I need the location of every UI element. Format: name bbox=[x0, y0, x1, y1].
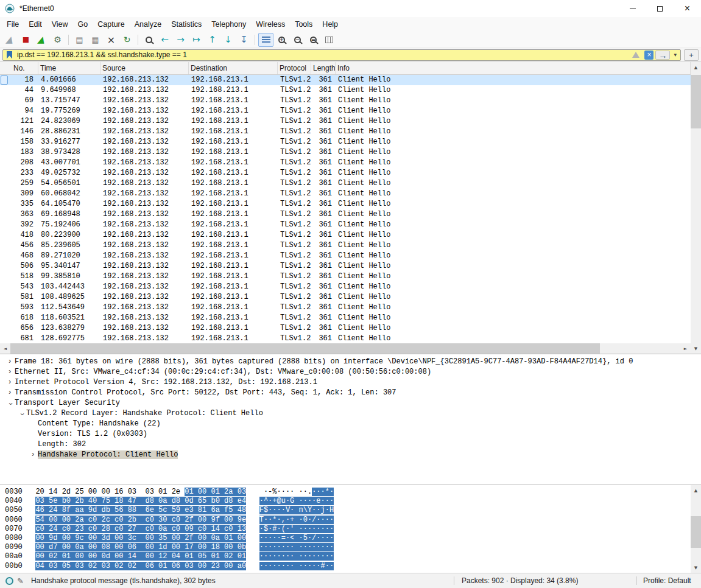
filter-bookmark-icon[interactable] bbox=[7, 51, 12, 59]
go-to-packet-icon[interactable]: ↦ bbox=[189, 33, 204, 47]
packet-row-363[interactable]: 36369.168948192.168.213.132192.168.213.1… bbox=[0, 209, 691, 220]
save-file-icon[interactable]: ▦ bbox=[88, 33, 103, 47]
display-filter-input[interactable] bbox=[16, 51, 629, 59]
packet-row-618[interactable]: 618118.603521192.168.213.132192.168.213.… bbox=[0, 313, 691, 323]
menu-help[interactable]: Help bbox=[317, 18, 343, 31]
auto-scroll-icon[interactable]: ↧ bbox=[236, 33, 252, 47]
menu-wireless[interactable]: Wireless bbox=[251, 18, 290, 31]
expand-chevron-icon[interactable]: › bbox=[5, 377, 15, 388]
column-header-length[interactable]: Length bbox=[311, 62, 336, 74]
menu-tools[interactable]: Tools bbox=[290, 18, 317, 31]
expand-chevron-icon[interactable]: › bbox=[5, 357, 15, 367]
scroll-up-arrow-icon[interactable]: ▲ bbox=[691, 62, 701, 72]
colorize-packets-icon[interactable] bbox=[258, 33, 273, 47]
hex-row-0080[interactable]: 0080 00 9d 00 9c 00 3d 00 3c 00 35 00 2f… bbox=[5, 534, 701, 543]
packet-row-233[interactable]: 23349.025732192.168.213.132192.168.213.1… bbox=[0, 168, 691, 178]
hex-row-0070[interactable]: 0070 c0 24 c0 23 c0 28 c0 27 c0 0a c0 09… bbox=[5, 525, 701, 534]
detail-line[interactable]: ›Internet Protocol Version 4, Src: 192.1… bbox=[0, 377, 701, 388]
packet-list-horizontal-scrollbar[interactable]: ◄ ► bbox=[0, 343, 691, 354]
filter-apply-button[interactable]: → bbox=[655, 51, 670, 60]
packet-row-309[interactable]: 30960.068042192.168.213.132192.168.213.1… bbox=[0, 189, 691, 199]
expand-chevron-icon[interactable]: › bbox=[5, 367, 15, 377]
hex-row-0030[interactable]: 0030 20 14 2d 25 00 00 16 03 03 01 2e 01… bbox=[5, 488, 701, 497]
detail-line[interactable]: Length: 302 bbox=[0, 439, 701, 450]
packet-row-656[interactable]: 656123.638279192.168.213.132192.168.213.… bbox=[0, 323, 691, 334]
capture-comment-icon[interactable]: ✎ bbox=[17, 576, 24, 586]
packet-row-392[interactable]: 39275.192406192.168.213.132192.168.213.1… bbox=[0, 220, 691, 230]
filter-dropdown-chevron-icon[interactable]: ▾ bbox=[670, 52, 680, 58]
zoom-100-icon[interactable]: = bbox=[306, 33, 321, 47]
detail-line[interactable]: ›Handshake Protocol: Client Hello bbox=[0, 450, 701, 460]
packet-row-259[interactable]: 25954.056501192.168.213.132192.168.213.1… bbox=[0, 178, 691, 189]
hex-row-00b0[interactable]: 00b0 04 03 05 03 02 03 02 02 06 01 06 03… bbox=[5, 562, 701, 571]
packet-row-456[interactable]: 45685.239605192.168.213.132192.168.213.1… bbox=[0, 240, 691, 251]
packet-row-581[interactable]: 581108.489625192.168.213.132192.168.213.… bbox=[0, 292, 691, 303]
column-header-time[interactable]: Time bbox=[38, 62, 100, 74]
detail-line[interactable]: ›TLSv1.2 Record Layer: Handshake Protoco… bbox=[0, 408, 701, 419]
close-file-icon[interactable]: × bbox=[104, 33, 119, 47]
scroll-down-arrow-icon[interactable]: ▼ bbox=[691, 343, 701, 354]
column-header-destination[interactable]: Destination bbox=[189, 62, 278, 74]
display-filter-field[interactable]: × → ▾ bbox=[2, 49, 681, 61]
scroll-thumb[interactable] bbox=[691, 516, 701, 548]
detail-line[interactable]: ›Ethernet II, Src: VMware_c4:cf:34 (00:0… bbox=[0, 367, 701, 377]
scroll-up-arrow-icon[interactable]: ▲ bbox=[691, 485, 701, 495]
restart-capture-icon[interactable]: ▲ bbox=[34, 33, 49, 47]
menu-view[interactable]: View bbox=[47, 18, 73, 31]
zoom-in-icon[interactable]: + bbox=[274, 33, 289, 47]
stop-capture-icon[interactable]: ■ bbox=[18, 33, 33, 47]
packet-row-518[interactable]: 51899.385810192.168.213.132192.168.213.1… bbox=[0, 271, 691, 282]
scroll-track[interactable] bbox=[691, 495, 701, 562]
detail-line[interactable]: ›Transmission Control Protocol, Src Port… bbox=[0, 388, 701, 398]
packet-row-94[interactable]: 9419.775269192.168.213.132192.168.213.1T… bbox=[0, 106, 691, 116]
hex-row-0060[interactable]: 0060 54 00 00 2a c0 2c c0 2b c0 30 c0 2f… bbox=[5, 516, 701, 525]
profile-label[interactable]: Profile: Default bbox=[636, 576, 701, 585]
go-back-icon[interactable]: ← bbox=[157, 33, 172, 47]
packet-list-vertical-scrollbar[interactable]: ▲ ▼ bbox=[691, 62, 701, 354]
go-forward-icon[interactable]: → bbox=[173, 33, 188, 47]
close-button[interactable]: × bbox=[674, 0, 701, 17]
packet-row-418[interactable]: 41880.223900192.168.213.132192.168.213.1… bbox=[0, 230, 691, 240]
scroll-thumb[interactable] bbox=[10, 343, 600, 354]
start-capture-icon[interactable]: ▲ bbox=[2, 33, 18, 47]
packet-row-593[interactable]: 593112.543649192.168.213.132192.168.213.… bbox=[0, 303, 691, 313]
menu-edit[interactable]: Edit bbox=[24, 18, 47, 31]
find-packet-icon[interactable] bbox=[141, 33, 157, 47]
detail-line[interactable]: Content Type: Handshake (22) bbox=[0, 419, 701, 429]
column-header-info[interactable]: Info bbox=[336, 62, 691, 74]
zoom-out-icon[interactable]: − bbox=[290, 33, 305, 47]
capture-options-icon[interactable]: ⚙ bbox=[50, 33, 65, 47]
scroll-left-arrow-icon[interactable]: ◄ bbox=[0, 343, 10, 354]
scroll-track[interactable] bbox=[691, 72, 701, 343]
packet-row-69[interactable]: 6913.715747192.168.213.132192.168.213.1T… bbox=[0, 96, 691, 106]
maximize-button[interactable] bbox=[646, 0, 674, 17]
expand-chevron-icon[interactable]: › bbox=[28, 450, 38, 460]
filter-add-button[interactable]: + bbox=[684, 49, 699, 61]
packet-row-468[interactable]: 46889.271020192.168.213.132192.168.213.1… bbox=[0, 251, 691, 261]
scroll-right-arrow-icon[interactable]: ► bbox=[680, 343, 691, 354]
packet-row-18[interactable]: 184.601666192.168.213.132192.168.213.1TL… bbox=[0, 75, 691, 85]
hex-row-0090[interactable]: 0090 00 d7 00 0a 00 08 00 06 00 1d 00 17… bbox=[5, 543, 701, 552]
go-last-packet-icon[interactable]: ↓ bbox=[220, 33, 236, 47]
expert-info-icon[interactable] bbox=[5, 577, 13, 585]
packet-row-183[interactable]: 18338.973428192.168.213.132192.168.213.1… bbox=[0, 147, 691, 158]
packet-row-681[interactable]: 681128.692775192.168.213.132192.168.213.… bbox=[0, 334, 691, 344]
packet-row-146[interactable]: 14628.886231192.168.213.132192.168.213.1… bbox=[0, 127, 691, 137]
menu-file[interactable]: File bbox=[2, 18, 24, 31]
packet-row-335[interactable]: 33564.105470192.168.213.132192.168.213.1… bbox=[0, 199, 691, 209]
packet-row-121[interactable]: 12124.823069192.168.213.132192.168.213.1… bbox=[0, 116, 691, 127]
column-header-no[interactable]: No. bbox=[0, 62, 38, 74]
detail-line[interactable]: ›Frame 18: 361 bytes on wire (2888 bits)… bbox=[0, 357, 701, 367]
filter-clear-button[interactable]: × bbox=[644, 51, 653, 60]
expand-chevron-icon[interactable]: › bbox=[16, 409, 27, 419]
bytes-vertical-scrollbar[interactable]: ▲ ▼ bbox=[691, 485, 701, 573]
resize-columns-icon[interactable] bbox=[322, 33, 337, 47]
reload-file-icon[interactable]: ↻ bbox=[119, 33, 135, 47]
menu-analyze[interactable]: Analyze bbox=[130, 18, 166, 31]
scroll-track[interactable] bbox=[10, 343, 680, 354]
packet-row-44[interactable]: 449.649968192.168.213.132192.168.213.1TL… bbox=[0, 85, 691, 96]
menu-statistics[interactable]: Statistics bbox=[166, 18, 206, 31]
expand-chevron-icon[interactable]: › bbox=[5, 388, 15, 398]
column-header-source[interactable]: Source bbox=[100, 62, 189, 74]
detail-line[interactable]: ›Transport Layer Security bbox=[0, 398, 701, 408]
